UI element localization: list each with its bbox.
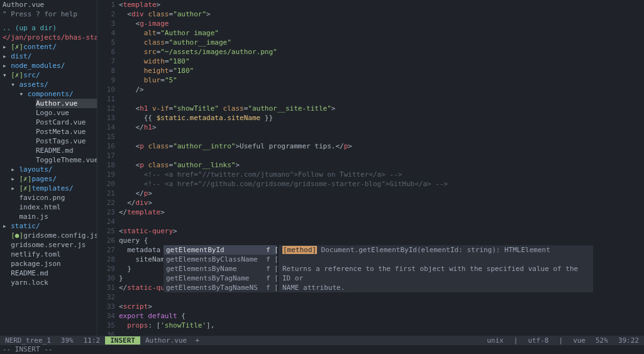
tree-item[interactable]: ▸ dist/	[3, 52, 94, 61]
signature-help: [method] Document.getElementById(element…	[279, 245, 593, 292]
tree-item[interactable]: ▸ static/	[3, 221, 94, 231]
tree-item[interactable]: ▸ [✗]templates/	[3, 184, 94, 193]
editor-pane[interactable]: 1234567891011121314151617181920212223242…	[97, 0, 644, 336]
tree-item[interactable]: ▾ components/	[3, 89, 94, 99]
completion-item[interactable]: getElementById f [LS]	[164, 245, 277, 255]
file-tree[interactable]: Author.vue " Press ? for help .. (up a d…	[0, 0, 97, 336]
tree-item[interactable]: ▸ [✗]pages/	[3, 174, 94, 184]
tree-item[interactable]: PostMeta.vue	[3, 127, 94, 136]
tree-item[interactable]: yarn.lock	[3, 278, 94, 287]
completion-item[interactable]: getElementsByTagNameNS f [LS]	[164, 283, 277, 292]
tree-updir[interactable]: .. (up a dir)	[3, 24, 57, 32]
tree-item[interactable]: ToggleTheme.vue	[3, 155, 94, 165]
status-left-pane: NERD_tree_1	[0, 336, 56, 345]
tree-item[interactable]: Author.vue	[3, 99, 94, 108]
completion-popup[interactable]: getElementById f [LS]getElementsByClassN…	[164, 245, 277, 292]
completion-item[interactable]: getElementsByTagName f [LS]	[164, 274, 277, 283]
command-line[interactable]: -- INSERT --	[0, 345, 644, 354]
tree-item[interactable]: gridsome.server.js	[3, 240, 94, 250]
tree-item[interactable]: PostTags.vue	[3, 136, 94, 146]
tree-item[interactable]: PostCard.vue	[3, 118, 94, 127]
status-line: NERD_tree_1 39% 11:2 INSERT Author.vue +…	[0, 336, 644, 345]
tree-item[interactable]: ▸ [✗]content/	[3, 42, 94, 52]
file-title: Author.vue	[3, 0, 94, 9]
tree-item[interactable]: Logo.vue	[3, 108, 94, 118]
tree-item[interactable]: main.js	[3, 212, 94, 221]
tree-root[interactable]: </jan/projects/bhas-static/	[3, 33, 94, 42]
tree-item[interactable]: index.html	[3, 202, 94, 212]
mode-indicator: INSERT	[105, 336, 140, 345]
completion-item[interactable]: getElementsByName f [LS]	[164, 264, 277, 274]
tree-item[interactable]: README.md	[3, 268, 94, 278]
tree-item[interactable]: package.json	[3, 259, 94, 268]
tree-item[interactable]: favicon.png	[3, 193, 94, 202]
tree-item[interactable]: netlify.toml	[3, 250, 94, 259]
line-gutter: 1234567891011121314151617181920212223242…	[97, 0, 119, 336]
tree-item[interactable]: [●]gridsome.config.js	[3, 231, 94, 240]
tree-help: " Press ? for help	[3, 9, 94, 19]
tree-item[interactable]: README.md	[3, 146, 94, 155]
tree-item[interactable]: ▾ assets/	[3, 80, 94, 89]
tree-item[interactable]: ▸ node_modules/	[3, 61, 94, 70]
tree-item[interactable]: ▾ [✗]src/	[3, 70, 94, 80]
completion-item[interactable]: getElementsByClassName f [LS]	[164, 255, 277, 264]
tree-item[interactable]: ▸ layouts/	[3, 165, 94, 174]
